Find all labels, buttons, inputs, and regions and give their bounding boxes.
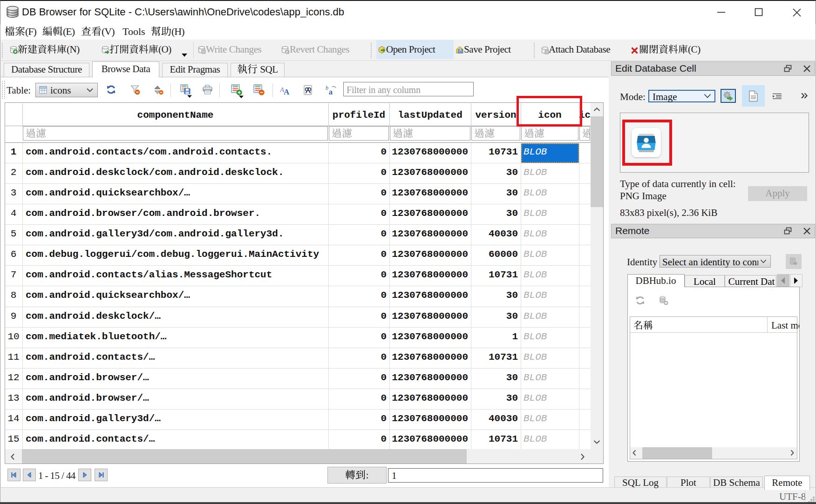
svg-text:A: A [284,87,290,95]
svg-text:b: b [326,85,328,91]
svg-text:a: a [329,88,333,95]
